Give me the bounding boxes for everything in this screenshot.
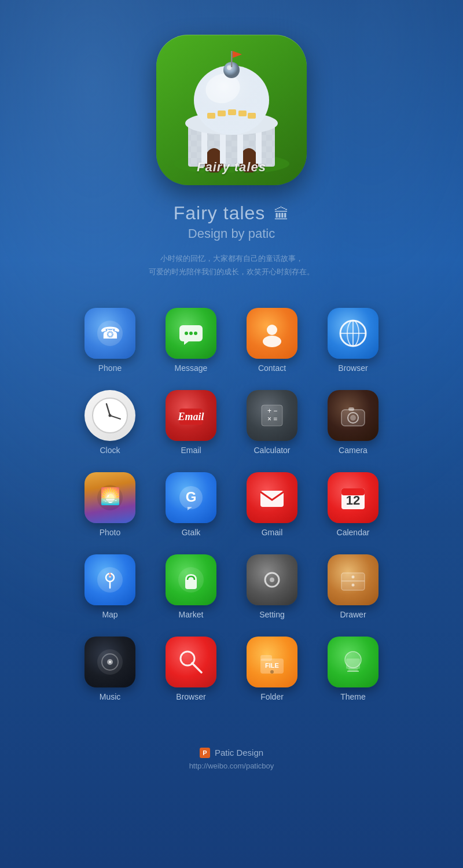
- icon-image-clock: [84, 390, 135, 441]
- app-title: Fairy tales 🏛: [174, 203, 289, 224]
- icon-label-message: Message: [175, 363, 208, 373]
- icon-label-calculator: Calculator: [253, 446, 290, 455]
- icon-image-theme: [328, 637, 379, 687]
- icon-label-contact: Contact: [258, 363, 286, 373]
- icon-item-map[interactable]: 1Map: [78, 554, 142, 619]
- icon-item-clock[interactable]: Clock: [78, 390, 142, 455]
- app-title-section: Fairy tales 🏛 Design by patic: [174, 203, 289, 241]
- svg-rect-19: [248, 113, 256, 119]
- designer-credit: Design by patic: [174, 226, 289, 241]
- icon-item-gmail[interactable]: Gmail: [240, 472, 304, 537]
- icon-item-message[interactable]: Message: [159, 308, 223, 373]
- svg-point-42: [109, 414, 112, 417]
- icon-image-music: [84, 637, 135, 687]
- icon-image-map: 1: [84, 554, 135, 605]
- icon-label-music: Music: [100, 692, 121, 701]
- patic-url: http://weibo.com/paticboy: [189, 762, 274, 770]
- icon-label-setting: Setting: [259, 610, 285, 619]
- icon-image-gtalk: G: [166, 472, 216, 523]
- hero-icon: Fairy tales: [156, 35, 307, 185]
- icon-item-drawer[interactable]: Drawer: [321, 554, 385, 619]
- icon-label-clock: Clock: [100, 446, 120, 455]
- svg-line-78: [192, 663, 201, 672]
- svg-point-50: [350, 415, 356, 421]
- svg-point-68: [270, 578, 274, 582]
- icon-label-gmail: Gmail: [262, 528, 283, 537]
- icon-label-gtalk: Gtalk: [182, 528, 201, 537]
- svg-marker-29: [184, 341, 189, 345]
- icon-label-drawer: Drawer: [340, 610, 366, 619]
- patic-logo-icon: P: [200, 748, 210, 758]
- icon-item-email[interactable]: EmailEmail: [159, 390, 223, 455]
- icon-image-browser2: [166, 637, 216, 687]
- icon-item-music[interactable]: Music: [78, 637, 142, 701]
- svg-point-31: [189, 332, 193, 335]
- svg-point-32: [194, 332, 197, 335]
- icon-item-setting[interactable]: Setting: [240, 554, 304, 619]
- icon-label-browser: Browser: [338, 363, 368, 373]
- svg-rect-15: [207, 113, 215, 119]
- icon-item-folder[interactable]: FILEFolder: [240, 637, 304, 701]
- patic-logo: P Patic Design: [189, 748, 274, 758]
- svg-text:1: 1: [108, 572, 111, 578]
- svg-text:×  =: × =: [267, 415, 277, 423]
- icon-item-calendar[interactable]: 12Calendar: [321, 472, 385, 537]
- svg-point-72: [352, 583, 355, 586]
- svg-text:☎: ☎: [100, 324, 120, 342]
- icon-label-folder: Folder: [260, 692, 284, 701]
- icon-image-camera: [328, 390, 379, 441]
- hero-section: Fairy tales Fairy tales 🏛 Design by pati…: [149, 35, 314, 279]
- icon-image-calendar: 12: [328, 472, 379, 523]
- svg-point-21: [227, 65, 232, 70]
- icon-image-calculator: + −× =: [247, 390, 297, 441]
- icon-image-contact: [247, 308, 297, 359]
- svg-text:12: 12: [346, 493, 360, 507]
- svg-text:Email: Email: [177, 411, 204, 422]
- icon-image-browser: [328, 308, 379, 359]
- icon-image-setting: [247, 554, 297, 605]
- icon-image-folder: FILE: [247, 637, 297, 687]
- footer: P Patic Design http://weibo.com/paticboy: [189, 748, 274, 770]
- svg-point-61: [97, 567, 123, 593]
- icon-item-calculator[interactable]: + −× =Calculator: [240, 390, 304, 455]
- icon-item-theme[interactable]: Theme: [321, 637, 385, 701]
- icon-label-browser2: Browser: [176, 692, 205, 701]
- icon-item-gtalk[interactable]: GGtalk: [159, 472, 223, 537]
- svg-rect-18: [238, 111, 247, 116]
- icon-label-photo: Photo: [100, 528, 121, 537]
- svg-marker-23: [233, 51, 242, 58]
- svg-text:G: G: [186, 489, 197, 505]
- icons-grid: ☎PhoneMessageContactBrowserClockEmailEma…: [78, 308, 385, 701]
- icon-label-camera: Camera: [339, 446, 368, 455]
- icon-image-message: [166, 308, 216, 359]
- hero-icon-label: Fairy tales: [156, 160, 307, 175]
- svg-rect-84: [346, 659, 360, 669]
- icon-image-gmail: [247, 472, 297, 523]
- svg-rect-57: [260, 491, 284, 507]
- svg-point-71: [352, 575, 355, 578]
- svg-text:FILE: FILE: [265, 662, 279, 669]
- castle-svg: [168, 48, 295, 172]
- icon-item-phone[interactable]: ☎Phone: [78, 308, 142, 373]
- patic-brand: Patic Design: [215, 748, 263, 757]
- icon-item-browser2[interactable]: Browser: [159, 637, 223, 701]
- icon-label-map: Map: [102, 610, 117, 619]
- icon-item-contact[interactable]: Contact: [240, 308, 304, 373]
- app-description: 小时候的回忆，大家都有自己的童话故事， 可爱的时光陪伴我们的成长，欢笑开心时刻存…: [149, 252, 314, 279]
- icon-item-browser[interactable]: Browser: [321, 308, 385, 373]
- icon-item-market[interactable]: Market: [159, 554, 223, 619]
- svg-rect-22: [231, 51, 233, 67]
- icon-label-phone: Phone: [98, 363, 122, 373]
- icon-image-phone: ☎: [84, 308, 135, 359]
- museum-icon: 🏛: [274, 205, 289, 223]
- svg-text:🌅: 🌅: [100, 487, 120, 506]
- icon-item-photo[interactable]: 🌅Photo: [78, 472, 142, 537]
- icon-label-market: Market: [179, 610, 204, 619]
- icon-image-market: [166, 554, 216, 605]
- icon-item-camera[interactable]: Camera: [321, 390, 385, 455]
- svg-point-34: [263, 336, 281, 347]
- svg-rect-51: [348, 407, 354, 411]
- svg-text:+  −: + −: [267, 407, 277, 415]
- svg-point-33: [267, 325, 277, 335]
- icon-label-calendar: Calendar: [337, 528, 370, 537]
